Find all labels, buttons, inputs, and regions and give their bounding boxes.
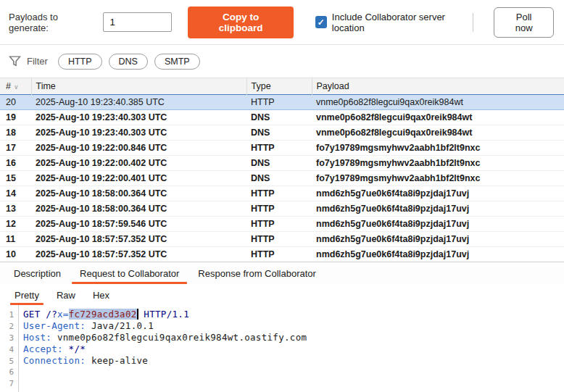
code-token: */* [63, 343, 86, 354]
table-row[interactable]: 13 2025-Aug-10 18:58:00.364 UTC HTTP nmd… [0, 201, 564, 216]
row-type: HTTP [246, 140, 312, 155]
code-token: vnme0p6o82f8legcui9qax0reik984wt.oastify… [51, 332, 307, 343]
table-row[interactable]: 20 2025-Aug-10 19:23:40.385 UTC HTTP vnm… [0, 94, 564, 109]
row-number: 10 [0, 246, 31, 262]
tab-request-to-collaborator[interactable]: Request to Collaborator [70, 264, 188, 284]
payload-count-input[interactable] [103, 12, 172, 32]
table-row[interactable]: 16 2025-Aug-10 19:22:00.402 UTC DNS fo7y… [0, 155, 564, 170]
column-header-number[interactable]: #∨ [0, 78, 31, 94]
code-token: Connection: [23, 355, 86, 366]
collaborator-panel: Payloads to generate: Copy to clipboard … [0, 0, 564, 392]
row-type: DNS [246, 109, 312, 125]
code-line: 6 [0, 367, 564, 378]
row-payload: vnme0p6o82f8legcui9qax0reik984wt [312, 109, 564, 125]
checkbox-checked-icon[interactable]: ✓ [315, 16, 327, 28]
row-number: 12 [0, 216, 31, 231]
code-token: keep-alive [86, 355, 148, 366]
code-token: fc729acd3a02 [69, 309, 138, 320]
code-line: 7 [0, 378, 564, 390]
code-line: 4 Accept: */* [0, 343, 564, 355]
row-payload: nmd6zh5g7ue0k6f4ta8i9pzjdaj17uvj [312, 246, 564, 262]
row-number: 18 [0, 125, 31, 140]
code-text: Accept: */* [14, 343, 86, 355]
row-type: HTTP [246, 231, 312, 246]
column-header-time[interactable]: Time [31, 78, 246, 94]
payloads-to-generate-label: Payloads to generate: [9, 12, 96, 33]
row-number: 20 [0, 94, 31, 109]
row-time: 2025-Aug-10 19:23:40.385 UTC [31, 94, 246, 109]
table-row[interactable]: 19 2025-Aug-10 19:23:40.303 UTC DNS vnme… [0, 109, 564, 125]
table-row[interactable]: 18 2025-Aug-10 19:23:40.303 UTC DNS vnme… [0, 125, 564, 140]
row-number: 17 [0, 140, 31, 155]
row-type: DNS [246, 170, 312, 185]
line-number: 4 [0, 344, 14, 356]
row-type: DNS [246, 125, 312, 140]
row-number: 16 [0, 155, 31, 170]
table-header-row: #∨ Time Type Payload [0, 78, 564, 94]
row-type: HTTP [246, 216, 312, 231]
row-number: 13 [0, 201, 31, 216]
code-text: User-Agent: Java/21.0.1 [14, 320, 154, 332]
filter-pill-http[interactable]: HTTP [58, 54, 102, 70]
row-number: 11 [0, 231, 31, 246]
filter-pill-dns[interactable]: DNS [109, 54, 148, 70]
filter-funnel-icon [9, 55, 21, 67]
code-line: 1 GET /?x=fc729acd3a02 HTTP/1.1 [0, 309, 564, 320]
row-type: HTTP [246, 246, 312, 262]
code-line: 3 Host: vnme0p6o82f8legcui9qax0reik984wt… [0, 332, 564, 343]
code-token: x= [57, 309, 69, 320]
topbar: Payloads to generate: Copy to clipboard … [0, 0, 564, 45]
table-row[interactable]: 11 2025-Aug-10 18:57:57.352 UTC HTTP nmd… [0, 231, 564, 246]
table-row[interactable]: 15 2025-Aug-10 19:22:00.401 UTC DNS fo7y… [0, 170, 564, 185]
view-tab-pretty[interactable]: Pretty [6, 286, 48, 305]
detail-tab-bar: DescriptionRequest to CollaboratorRespon… [0, 262, 564, 284]
column-header-payload[interactable]: Payload [312, 78, 564, 94]
table-row[interactable]: 14 2025-Aug-10 18:58:00.364 UTC HTTP nmd… [0, 185, 564, 201]
interactions-table: #∨ Time Type Payload 20 2025-Aug-10 19:2… [0, 78, 564, 262]
row-number: 19 [0, 109, 31, 125]
row-time: 2025-Aug-10 18:57:57.352 UTC [31, 246, 246, 262]
filter-label: Filter [27, 56, 48, 67]
view-tab-hex[interactable]: Hex [84, 286, 118, 305]
row-time: 2025-Aug-10 18:58:00.364 UTC [31, 185, 246, 201]
row-time: 2025-Aug-10 19:22:00.846 UTC [31, 140, 246, 155]
row-payload: nmd6zh5g7ue0k6f4ta8i9pzjdaj17uvj [312, 216, 564, 231]
row-time: 2025-Aug-10 18:57:59.546 UTC [31, 216, 246, 231]
row-type: HTTP [246, 94, 312, 109]
code-token: Java/21.0.1 [86, 320, 154, 331]
filter-bar: Filter HTTPDNSSMTP [0, 45, 564, 78]
line-number: 5 [0, 356, 14, 367]
row-number: 15 [0, 170, 31, 185]
table-row[interactable]: 17 2025-Aug-10 19:22:00.846 UTC HTTP fo7… [0, 140, 564, 155]
row-time: 2025-Aug-10 18:57:57.352 UTC [31, 231, 246, 246]
include-location-label: Include Collaborator server location [332, 12, 473, 33]
line-number: 7 [0, 378, 14, 390]
row-payload: fo7y19789mgsmyhwv2aabh1bf2lt9nxc [312, 170, 564, 185]
row-time: 2025-Aug-10 19:23:40.303 UTC [31, 109, 246, 125]
line-number: 1 [0, 309, 14, 321]
tab-response-from-collaborator[interactable]: Response from Collaborator [188, 264, 325, 284]
row-time: 2025-Aug-10 19:22:00.402 UTC [31, 155, 246, 170]
row-payload: vnme0p6o82f8legcui9qax0reik984wt [312, 125, 564, 140]
code-line: 2 User-Agent: Java/21.0.1 [0, 320, 564, 332]
tab-description[interactable]: Description [4, 264, 70, 284]
poll-now-button[interactable]: Poll now [494, 7, 554, 38]
table-row[interactable]: 10 2025-Aug-10 18:57:57.352 UTC HTTP nmd… [0, 246, 564, 262]
include-location-option[interactable]: ✓ Include Collaborator server location [315, 12, 473, 33]
request-editor[interactable]: 1 GET /?x=fc729acd3a02 HTTP/1.1 2 User-A… [0, 305, 564, 392]
view-tab-bar: PrettyRawHex [0, 284, 564, 305]
filter-pill-smtp[interactable]: SMTP [154, 54, 200, 70]
copy-to-clipboard-button[interactable]: Copy to clipboard [188, 7, 293, 38]
code-text: GET /?x=fc729acd3a02 HTTP/1.1 [14, 309, 189, 320]
row-time: 2025-Aug-10 19:23:40.303 UTC [31, 125, 246, 140]
row-payload: nmd6zh5g7ue0k6f4ta8i9pzjdaj17uvj [312, 231, 564, 246]
column-header-type[interactable]: Type [246, 78, 312, 94]
row-payload: fo7y19789mgsmyhwv2aabh1bf2lt9nxc [312, 140, 564, 155]
table-row[interactable]: 12 2025-Aug-10 18:57:59.546 UTC HTTP nmd… [0, 216, 564, 231]
row-time: 2025-Aug-10 19:22:00.401 UTC [31, 170, 246, 185]
line-number: 6 [0, 367, 14, 378]
row-type: HTTP [246, 185, 312, 201]
view-tab-raw[interactable]: Raw [48, 286, 84, 305]
row-type: HTTP [246, 201, 312, 216]
line-number: 2 [0, 321, 14, 333]
